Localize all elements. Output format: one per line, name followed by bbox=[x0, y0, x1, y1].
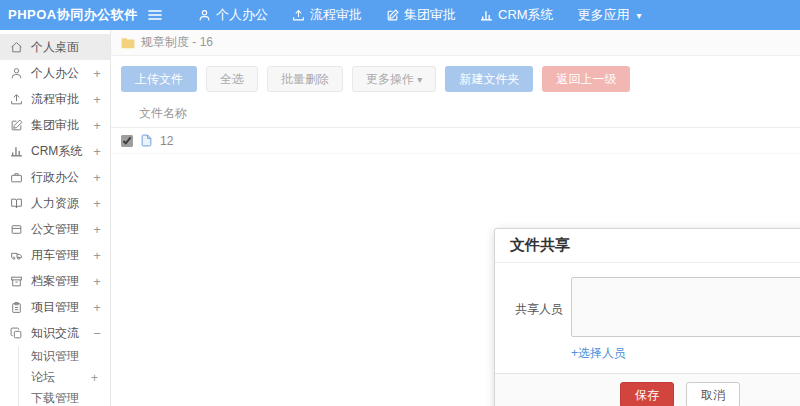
sidebar-item-admin-office[interactable]: 行政办公 + bbox=[0, 164, 110, 190]
new-folder-button[interactable]: 新建文件夹 bbox=[445, 66, 533, 92]
more-actions-label: 更多操作 bbox=[366, 72, 414, 86]
breadcrumb: 规章制度 - 16 bbox=[111, 30, 800, 56]
edit-icon bbox=[10, 119, 24, 132]
modal-title: 文件共享 bbox=[495, 229, 800, 263]
select-people-link[interactable]: +选择人员 bbox=[571, 345, 626, 362]
app-logo: PHPOA协同办公软件 bbox=[0, 6, 138, 24]
upload-icon bbox=[10, 93, 24, 106]
nav-personal-office[interactable]: 个人办公 bbox=[186, 0, 280, 30]
sidebar-item-label: CRM系统 bbox=[31, 143, 92, 160]
file-name-column-header: 文件名称 bbox=[139, 105, 187, 122]
modal-footer: 保存 取消 bbox=[495, 373, 800, 406]
sidebar-item-label: 个人桌面 bbox=[31, 39, 92, 56]
edit-icon bbox=[386, 9, 399, 22]
nav-more-apps[interactable]: 更多应用 ▾ bbox=[566, 0, 654, 30]
batch-delete-button[interactable]: 批量删除 bbox=[267, 66, 343, 92]
upload-file-button[interactable]: 上传文件 bbox=[121, 66, 197, 92]
sidebar-subitem-label: 知识管理 bbox=[31, 348, 79, 365]
sidebar-item-label: 集团审批 bbox=[31, 117, 92, 134]
sidebar-item-personal-desktop[interactable]: 个人桌面 bbox=[0, 34, 110, 60]
share-people-textarea[interactable] bbox=[571, 277, 800, 337]
nav-label: 流程审批 bbox=[310, 6, 362, 24]
sidebar-item-document-mgmt[interactable]: 公文管理 + bbox=[0, 216, 110, 242]
sidebar-item-hr[interactable]: 人力资源 + bbox=[0, 190, 110, 216]
file-table-header: 文件名称 bbox=[111, 100, 800, 128]
expand-icon[interactable]: + bbox=[92, 300, 102, 315]
sidebar-item-label: 档案管理 bbox=[31, 273, 92, 290]
file-name: 12 bbox=[160, 134, 173, 148]
folder-icon bbox=[121, 37, 135, 49]
hamburger-menu-icon[interactable] bbox=[138, 8, 172, 22]
toolbar: 上传文件 全选 批量删除 更多操作 ▾ 新建文件夹 返回上一级 bbox=[111, 56, 800, 100]
file-row-checkbox[interactable] bbox=[121, 135, 133, 147]
bar-chart-icon bbox=[480, 9, 493, 22]
expand-icon[interactable]: + bbox=[92, 144, 102, 159]
file-share-modal: 文件共享 共享人员 +选择人员 保存 取消 bbox=[494, 228, 800, 406]
clipboard-icon bbox=[10, 301, 24, 314]
sidebar-item-project-mgmt[interactable]: 项目管理 + bbox=[0, 294, 110, 320]
sidebar-item-archive-mgmt[interactable]: 档案管理 + bbox=[0, 268, 110, 294]
expand-icon[interactable]: + bbox=[92, 274, 102, 289]
modal-body: 共享人员 +选择人员 bbox=[495, 263, 800, 373]
sidebar-subitem-label: 论坛 bbox=[31, 369, 55, 386]
sidebar-subitem-download-mgmt[interactable]: 下载管理 bbox=[18, 388, 110, 406]
nav-label: 更多应用 bbox=[578, 6, 630, 24]
sidebar-item-label: 流程审批 bbox=[31, 91, 92, 108]
briefcase-icon bbox=[10, 171, 24, 184]
caret-down-icon: ▾ bbox=[417, 74, 422, 85]
select-all-button[interactable]: 全选 bbox=[206, 66, 258, 92]
collapse-icon[interactable]: − bbox=[92, 326, 102, 341]
book-icon bbox=[10, 197, 24, 210]
expand-icon[interactable]: + bbox=[92, 118, 102, 133]
expand-icon[interactable]: + bbox=[92, 170, 102, 185]
document-icon bbox=[10, 223, 24, 236]
sidebar-item-label: 用车管理 bbox=[31, 247, 92, 264]
user-icon bbox=[198, 9, 211, 22]
sidebar-item-label: 公文管理 bbox=[31, 221, 92, 238]
expand-icon[interactable]: + bbox=[92, 66, 102, 81]
expand-icon[interactable]: + bbox=[92, 196, 102, 211]
nav-workflow-approval[interactable]: 流程审批 bbox=[280, 0, 374, 30]
more-actions-button[interactable]: 更多操作 ▾ bbox=[352, 66, 436, 92]
share-people-label: 共享人员 bbox=[505, 277, 563, 337]
sidebar-subitem-knowledge-mgmt[interactable]: 知识管理 bbox=[18, 346, 110, 367]
nav-label: 集团审批 bbox=[404, 6, 456, 24]
car-icon bbox=[10, 249, 24, 262]
expand-icon[interactable]: + bbox=[92, 248, 102, 263]
sidebar-subitem-forum[interactable]: 论坛 + bbox=[18, 367, 110, 388]
pages-icon bbox=[10, 327, 24, 340]
bar-chart-icon bbox=[10, 145, 24, 158]
sidebar-item-workflow-approval[interactable]: 流程审批 + bbox=[0, 86, 110, 112]
sidebar-item-label: 个人办公 bbox=[31, 65, 92, 82]
sidebar-item-label: 知识交流 bbox=[31, 325, 92, 342]
sidebar: 个人桌面 个人办公 + 流程审批 + 集团审批 + CRM系统 + 行政办公 + bbox=[0, 30, 111, 406]
go-back-button[interactable]: 返回上一级 bbox=[542, 66, 630, 92]
sidebar-item-label: 人力资源 bbox=[31, 195, 92, 212]
nav-label: CRM系统 bbox=[498, 6, 554, 24]
sidebar-item-label: 项目管理 bbox=[31, 299, 92, 316]
save-button[interactable]: 保存 bbox=[620, 382, 674, 406]
sidebar-item-vehicle-mgmt[interactable]: 用车管理 + bbox=[0, 242, 110, 268]
sidebar-item-crm[interactable]: CRM系统 + bbox=[0, 138, 110, 164]
caret-down-icon: ▾ bbox=[637, 10, 642, 21]
breadcrumb-label: 规章制度 - 16 bbox=[141, 34, 213, 51]
nav-label: 个人办公 bbox=[216, 6, 268, 24]
archive-icon bbox=[10, 275, 24, 288]
nav-group-approval[interactable]: 集团审批 bbox=[374, 0, 468, 30]
cancel-button[interactable]: 取消 bbox=[686, 382, 740, 406]
upload-icon bbox=[292, 9, 305, 22]
expand-icon[interactable]: + bbox=[91, 371, 98, 385]
nav-crm-system[interactable]: CRM系统 bbox=[468, 0, 566, 30]
sidebar-item-knowledge-exchange[interactable]: 知识交流 − bbox=[0, 320, 110, 346]
user-icon bbox=[10, 67, 24, 80]
file-row[interactable]: 12 bbox=[111, 128, 800, 154]
sidebar-item-group-approval[interactable]: 集团审批 + bbox=[0, 112, 110, 138]
topbar-nav: 个人办公 流程审批 集团审批 CRM系统 更多应用 ▾ bbox=[186, 0, 654, 30]
topbar: PHPOA协同办公软件 个人办公 流程审批 集团审批 CRM系统 更多应用 ▾ bbox=[0, 0, 800, 30]
file-icon bbox=[140, 134, 153, 147]
expand-icon[interactable]: + bbox=[92, 222, 102, 237]
sidebar-subitem-label: 下载管理 bbox=[31, 390, 79, 406]
home-icon bbox=[10, 41, 24, 54]
sidebar-item-personal-office[interactable]: 个人办公 + bbox=[0, 60, 110, 86]
expand-icon[interactable]: + bbox=[92, 92, 102, 107]
